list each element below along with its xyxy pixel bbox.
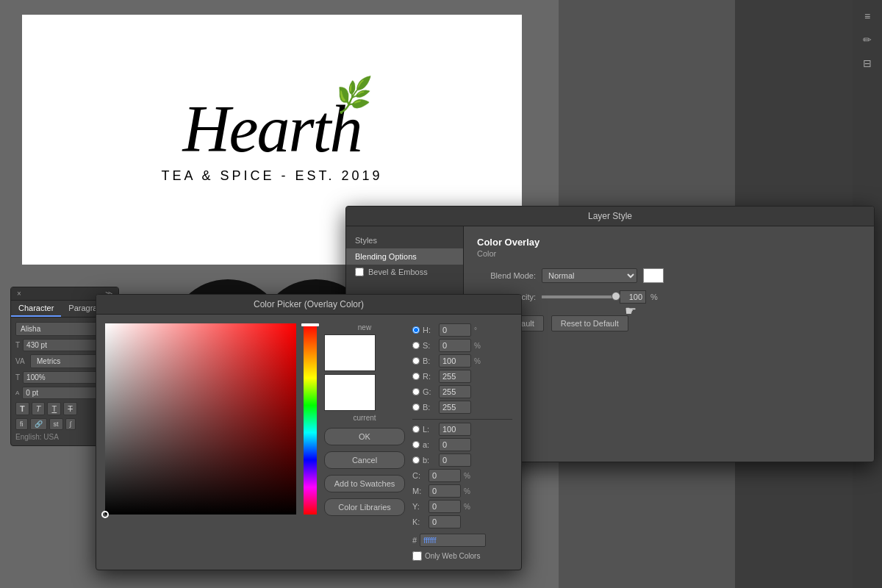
m-unit: % [464, 487, 470, 495]
logo-sub-text: TEA & SPICE - EST. 2019 [161, 168, 382, 184]
l-input[interactable] [439, 423, 471, 436]
preview-current-swatch [324, 374, 376, 411]
b-radio[interactable] [412, 357, 420, 365]
hex-row: # [412, 534, 512, 547]
default-buttons: Make Default Reset to Default [477, 315, 861, 331]
ok-button[interactable]: OK [324, 428, 405, 445]
italic-button[interactable]: T [32, 402, 46, 415]
a-input[interactable] [439, 438, 471, 451]
hex-hash: # [412, 536, 417, 545]
s-input[interactable] [439, 339, 471, 352]
b-input[interactable] [439, 354, 471, 368]
color-picker-dialog: Color Picker (Overlay Color) new current… [96, 294, 522, 570]
only-web-row: Only Web Colors [412, 551, 512, 561]
hue-strip-container [304, 323, 317, 561]
h-input[interactable] [439, 323, 471, 337]
k-input[interactable] [429, 515, 461, 528]
special2-button[interactable]: ∫ [65, 418, 76, 430]
b3-input[interactable] [439, 453, 471, 467]
color-gradient-dark [105, 323, 296, 514]
b2-label: B: [423, 403, 436, 412]
overlay-color-swatch[interactable] [643, 268, 664, 283]
h-label: H: [423, 326, 436, 334]
h-radio[interactable] [412, 326, 420, 334]
hex-input[interactable] [420, 534, 486, 547]
special1-button[interactable]: st [49, 418, 63, 430]
color-gradient-box[interactable] [105, 323, 296, 514]
cancel-button[interactable]: Cancel [324, 451, 405, 469]
layer-style-title: Layer Style [346, 207, 874, 226]
font-size-icon: T [15, 341, 20, 349]
blend-mode-row: Blend Mode: Normal Multiply Screen [477, 268, 861, 283]
color-gradient-cursor [101, 511, 109, 518]
style-item-bevel[interactable]: Bevel & Emboss [346, 265, 463, 279]
a-radio[interactable] [412, 441, 420, 448]
baseline-icon: A [15, 390, 19, 396]
h-unit: ° [474, 326, 477, 334]
strikethrough-button[interactable]: T [63, 402, 77, 415]
opacity-unit: % [650, 293, 658, 301]
b-field-row: B: % [412, 354, 512, 368]
color-picker-body: new current OK Cancel Add to Swatches Co… [96, 315, 521, 570]
toolbar-icon-2[interactable]: ✏ [858, 31, 876, 49]
picker-buttons: OK Cancel Add to Swatches Color Librarie… [324, 428, 405, 516]
r-field-row: R: [412, 370, 512, 383]
underline-button[interactable]: T [47, 402, 61, 415]
right-color-fields: L: a: b: C: % [412, 419, 512, 531]
style-item-blending[interactable]: Blending Options [346, 248, 463, 265]
toolbar-icon-1[interactable]: ≡ [858, 7, 876, 25]
b2-radio[interactable] [412, 404, 420, 411]
ligature-button[interactable]: fi [15, 418, 28, 430]
b2-input[interactable] [439, 401, 471, 414]
layer-style-right-panel: Color Overlay Color Blend Mode: Normal M… [464, 226, 874, 462]
color-picker-title: Color Picker (Overlay Color) [96, 295, 521, 315]
preview-section: new current OK Cancel Add to Swatches Co… [324, 323, 405, 561]
b-unit: % [474, 357, 481, 365]
hue-cursor [301, 323, 319, 326]
style-item-styles[interactable]: Styles [346, 232, 463, 248]
b3-field-row: b: [412, 453, 512, 467]
g-input[interactable] [439, 385, 471, 398]
c-label: C: [412, 471, 426, 480]
color-libraries-button[interactable]: Color Libraries [324, 498, 405, 516]
blend-mode-select[interactable]: Normal Multiply Screen [542, 268, 637, 283]
link-button[interactable]: 🔗 [30, 418, 47, 430]
h-field-row: H: ° [412, 323, 512, 337]
reset-default-button[interactable]: Reset to Default [551, 315, 628, 331]
r-input[interactable] [439, 370, 471, 383]
c-input[interactable] [429, 469, 461, 482]
preview-current-label: current [324, 414, 405, 422]
bold-button[interactable]: T [15, 402, 29, 415]
opacity-thumb[interactable] [612, 292, 620, 301]
opacity-row: Opacity: % [477, 290, 861, 304]
c-field-row: C: % [412, 469, 512, 482]
l-radio[interactable] [412, 426, 420, 433]
g-label: G: [423, 387, 436, 396]
add-to-swatches-button[interactable]: Add to Swatches [324, 475, 405, 492]
only-web-checkbox[interactable] [412, 551, 422, 561]
r-radio[interactable] [412, 373, 420, 380]
s-field-row: S: % [412, 339, 512, 352]
b3-label: b: [423, 456, 436, 465]
g-radio[interactable] [412, 388, 420, 395]
toolbar-icon-3[interactable]: ⊟ [858, 54, 876, 72]
hue-strip[interactable] [304, 323, 317, 514]
b3-radio[interactable] [412, 456, 420, 464]
char-panel-close[interactable]: × [17, 290, 21, 298]
bevel-checkbox[interactable] [355, 268, 364, 276]
opacity-slider[interactable] [542, 295, 615, 298]
y-field-row: Y: % [412, 500, 512, 513]
k-field-row: K: [412, 515, 512, 528]
tab-character[interactable]: Character [11, 301, 61, 317]
s-unit: % [474, 342, 481, 350]
opacity-control: % [542, 290, 658, 304]
m-input[interactable] [429, 484, 461, 498]
opacity-input[interactable] [620, 290, 646, 304]
overlay-title: Color Overlay [477, 237, 861, 248]
overlay-sub: Color [477, 249, 861, 258]
c-unit: % [464, 472, 470, 480]
y-input[interactable] [429, 500, 461, 513]
m-label: M: [412, 487, 426, 495]
logo-leaf-icon: 🌿 [331, 79, 370, 114]
s-radio[interactable] [412, 342, 420, 349]
